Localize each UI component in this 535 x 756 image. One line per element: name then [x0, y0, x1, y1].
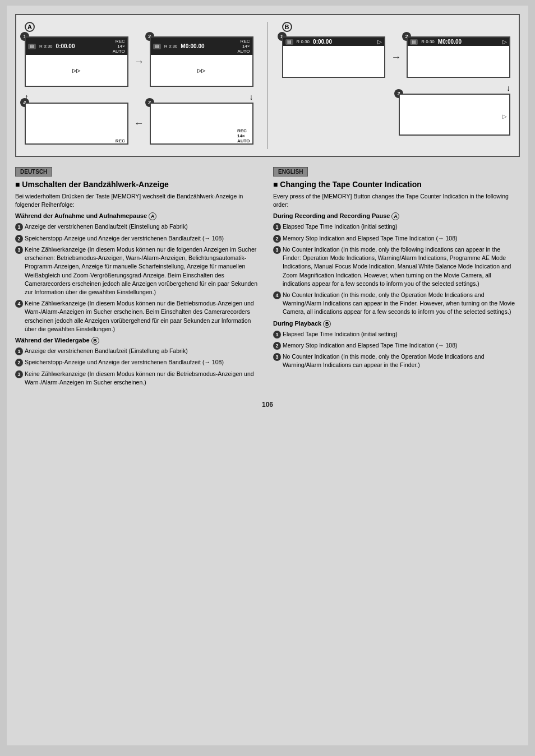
screen-content-2a: ▷▷	[151, 55, 252, 86]
rec-label-3a: REC14×AUTO	[237, 128, 250, 143]
r-info-2a: R 0:30	[164, 44, 178, 49]
english-subheading-b-text: During Playback	[273, 320, 321, 327]
english-half: ENGLISH ■ Changing the Tape Counter Indi…	[273, 167, 520, 389]
screen-content-2b	[408, 46, 509, 77]
eng-num-text-a3: No Counter Indication (In this mode, onl…	[283, 245, 520, 288]
num-text-a1: Anzeige der verstrichenen Bandlaufzeit (…	[25, 222, 188, 231]
screen-top-bar-1a: ▤ R 0:30 0:00.00 REC14×AUTO	[26, 38, 127, 55]
english-subheading-b: During Playback B	[273, 320, 520, 328]
screen-2-a: 2 ▤ R 0:30 M0:00.00 REC14×AUTO ▷▷	[150, 36, 253, 87]
play-arrow-3b: ▷	[502, 113, 507, 119]
screen-1-a: 1 ▤ R 0:30 0:00.00 REC14×AUTO ▷▷	[25, 36, 128, 87]
play-arrow-1b: ▷	[377, 39, 382, 45]
english-title-text: ■ Changing the Tape Counter Indication	[273, 180, 422, 189]
num-circle-a3: 3	[15, 246, 23, 254]
r-info-1a: R 0:30	[39, 44, 53, 49]
english-item-b3: 3 No Counter Indication (In this mode, o…	[273, 353, 520, 369]
screen-4-a: 4 REC	[25, 103, 128, 145]
english-subheading-a-text: During Recording and Recording Pause	[273, 212, 390, 219]
spacer-b	[282, 84, 507, 92]
deutsch-item-a1: 1 Anzeige der verstrichenen Bandlaufzeit…	[15, 222, 262, 231]
spacer-a	[29, 92, 250, 101]
arrow-row-a: ↑ ↓	[25, 91, 253, 103]
diagram-section: A 1 ▤ R 0:30 0:00.00 REC14×AUTO	[15, 14, 520, 157]
deutsch-items-a: 1 Anzeige der verstrichenen Bandlaufzeit…	[15, 222, 262, 333]
time-2a: M0:00.00	[181, 43, 204, 49]
screen-row-top-a: 1 ▤ R 0:30 0:00.00 REC14×AUTO ▷▷ →	[25, 36, 253, 87]
deutsch-intro: Bei wiederholtem Drücken der Taste [MEMO…	[15, 192, 262, 209]
deutsch-item-a2: 2 Speicherstopp-Anzeige und Anzeige der …	[15, 234, 262, 243]
cassette-icon-1a: ▤	[28, 44, 36, 49]
arrow-right-a-top: →	[134, 56, 144, 68]
screen-top-bar-2a: ▤ R 0:30 M0:00.00 REC14×AUTO	[151, 38, 252, 55]
screen-top-bar-1b: ▤ R 0:30 0:00.00 ▷	[283, 38, 385, 46]
time-1a: 0:00.00	[56, 43, 75, 49]
deutsch-subheading-a: Während der Aufnahme und Aufnahmepause A	[15, 212, 262, 220]
page-number: 106	[15, 401, 520, 409]
play-arrow-2b: ▷	[502, 39, 507, 45]
diagram-half-a: A 1 ▤ R 0:30 0:00.00 REC14×AUTO	[25, 22, 253, 149]
english-item-a4: 4 No Counter Indication (In this mode, o…	[273, 291, 520, 317]
diagram-divider	[268, 22, 268, 149]
eng-num-text-b1: Elapsed Tape Time Indication (initial se…	[283, 330, 398, 338]
deutsch-subheading-a-text: Während der Aufnahme und Aufnahmepause	[15, 212, 147, 219]
half-b-label: B	[282, 22, 511, 32]
screen-box-4a: REC	[25, 103, 128, 145]
page: A 1 ▤ R 0:30 0:00.00 REC14×AUTO	[7, 6, 528, 745]
deutsch-half: DEUTSCH ■ Umschalten der Bandzählwerk-An…	[15, 167, 262, 389]
eng-num-circle-b2: 2	[273, 342, 281, 350]
time-2b: M0:00.00	[438, 39, 462, 45]
eng-num-text-a4: No Counter Indication (In this mode, onl…	[283, 291, 520, 317]
arrow-down-a: ↓	[250, 92, 253, 101]
deutsch-subheading-b: Während der Wiedergabe B	[15, 337, 262, 345]
num-text-b2: Speicherstopp-Anzeige und Anzeige der ve…	[25, 358, 224, 367]
english-item-b1: 1 Elapsed Tape Time Indication (initial …	[273, 330, 520, 338]
english-item-a1: 1 Elapsed Tape Time Indication (initial …	[273, 222, 520, 231]
num-circle-a1: 1	[15, 223, 23, 231]
num-text-a3: Keine Zählwerkanzeige (In diesem Modus k…	[25, 245, 262, 296]
english-item-a3: 3 No Counter Indication (In this mode, o…	[273, 245, 520, 288]
arrow-right-b-top: →	[391, 52, 401, 63]
play-arrows-2a: ▷▷	[197, 68, 205, 73]
english-subheading-a: During Recording and Recording Pause A	[273, 212, 520, 220]
cassette-icon-1b: ▤	[285, 39, 293, 45]
eng-num-circle-b3: 3	[273, 353, 281, 361]
num-text-a4: Keine Zählwerkanzeige (In diesem Modus k…	[25, 299, 262, 333]
rec-2a: REC14×AUTO	[237, 39, 250, 54]
screen-box-1b: ▤ R 0:30 0:00.00 ▷	[282, 36, 386, 78]
english-item-a2: 2 Memory Stop Indication and Elapsed Tap…	[273, 234, 520, 243]
eng-num-circle-a4: 4	[273, 291, 281, 299]
screen-row-top-b: 1 ▤ R 0:30 0:00.00 ▷ → 2	[282, 36, 511, 78]
screen-2-b: 2 ▤ R 0:30 M0:00.00 ▷	[407, 36, 510, 78]
screen-3-a: 3 REC14×AUTO	[150, 103, 253, 145]
deutsch-items-b: 1 Anzeige der verstrichenen Bandlaufzeit…	[15, 347, 262, 387]
deutsch-title: ■ Umschalten der Bandzählwerk-Anzeige	[15, 180, 262, 189]
english-items-a: 1 Elapsed Tape Time Indication (initial …	[273, 222, 520, 316]
english-intro: Every press of the [MEMORY] Button chang…	[273, 192, 520, 209]
screen-top-bar-2b: ▤ R 0:30 M0:00.00 ▷	[408, 38, 509, 46]
screen-3-b: 3 ▷	[399, 94, 510, 136]
cassette-icon-2a: ▤	[153, 44, 161, 49]
english-items-b: 1 Elapsed Tape Time Indication (initial …	[273, 330, 520, 370]
diagram-half-b: B 1 ▤ R 0:30 0:00.00 ▷	[282, 22, 511, 149]
screen-box-2a: ▤ R 0:30 M0:00.00 REC14×AUTO ▷▷	[150, 36, 253, 87]
num-text-b3: Keine Zählwerkanzeige (In diesem Modus k…	[25, 370, 262, 387]
english-title: ■ Changing the Tape Counter Indication	[273, 180, 520, 189]
num-text-b1: Anzeige der verstrichenen Bandlaufzeit (…	[25, 347, 188, 355]
eng-num-text-a2: Memory Stop Indication and Elapsed Tape …	[283, 234, 457, 243]
circle-b: B	[282, 22, 292, 32]
eng-num-text-a1: Elapsed Tape Time Indication (initial se…	[283, 222, 398, 231]
eng-num-text-b3: No Counter Indication (In this mode, onl…	[283, 353, 520, 369]
english-circle-b: B	[323, 320, 331, 328]
deutsch-item-a3: 3 Keine Zählwerkanzeige (In diesem Modus…	[15, 245, 262, 296]
eng-num-circle-b1: 1	[273, 331, 281, 338]
r-info-2b: R 0:30	[421, 39, 435, 44]
deutsch-title-text: ■ Umschalten der Bandzählwerk-Anzeige	[15, 180, 169, 189]
screen-content-1b	[283, 46, 385, 77]
eng-num-circle-a3: 3	[273, 246, 281, 254]
deutsch-item-b3: 3 Keine Zählwerkanzeige (In diesem Modus…	[15, 370, 262, 387]
screen-box-3a: REC14×AUTO	[150, 103, 253, 145]
deutsch-circle-a: A	[149, 212, 156, 220]
num-circle-a2: 2	[15, 235, 23, 243]
screen-row-bottom-b: 3 ▷	[282, 94, 511, 136]
